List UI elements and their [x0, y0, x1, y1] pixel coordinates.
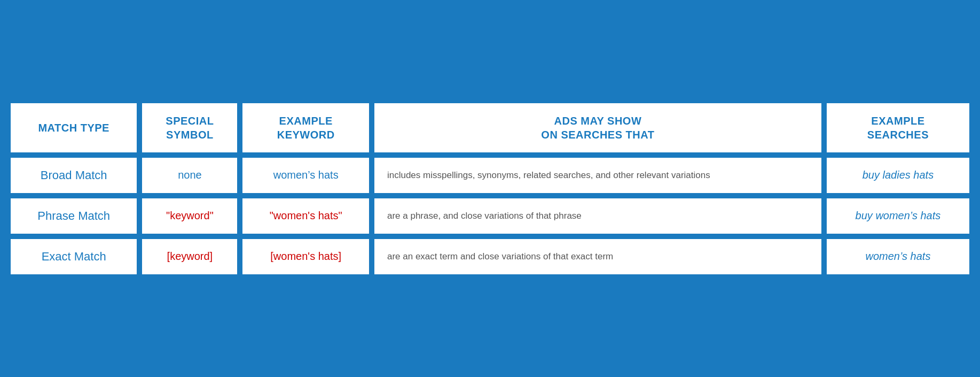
broad-match-symbol: none	[141, 157, 238, 194]
exact-keyword-text: [women's hats]	[270, 250, 341, 262]
phrase-match-keyword: "women's hats"	[241, 197, 370, 235]
match-types-table: MATCH TYPE SPECIALSYMBOL EXAMPLEKEYWORD …	[6, 99, 974, 279]
phrase-match-example: buy women’s hats	[826, 197, 970, 235]
broad-match-example: buy ladies hats	[826, 157, 970, 194]
broad-match-keyword: women’s hats	[241, 157, 370, 194]
table-row: Exact Match [keyword] [women's hats] are…	[10, 238, 970, 275]
phrase-match-description: are a phrase, and close variations of th…	[373, 197, 822, 235]
table-row: Phrase Match "keyword" "women's hats" ar…	[10, 197, 970, 235]
phrase-keyword-text: "women's hats"	[270, 210, 342, 221]
phrase-match-type: Phrase Match	[10, 197, 138, 235]
phrase-symbol-text: "keyword"	[166, 210, 214, 221]
exact-match-example: women’s hats	[826, 238, 970, 275]
col-header-example-keyword: EXAMPLEKEYWORD	[241, 102, 370, 153]
exact-match-description: are an exact term and close variations o…	[373, 238, 822, 275]
broad-match-type: Broad Match	[10, 157, 138, 194]
phrase-match-symbol: "keyword"	[141, 197, 238, 235]
broad-match-description: includes misspellings, synonyms, related…	[373, 157, 822, 194]
col-header-match-type: MATCH TYPE	[10, 102, 138, 153]
col-header-ads-may-show: ADS MAY SHOWON SEARCHES THAT	[373, 102, 822, 153]
table-container: MATCH TYPE SPECIALSYMBOL EXAMPLEKEYWORD …	[0, 93, 980, 285]
col-header-example-searches: EXAMPLESEARCHES	[826, 102, 970, 153]
table-row: Broad Match none women’s hats includes m…	[10, 157, 970, 194]
col-header-special-symbol: SPECIALSYMBOL	[141, 102, 238, 153]
exact-match-symbol: [keyword]	[141, 238, 238, 275]
exact-match-keyword: [women's hats]	[241, 238, 370, 275]
exact-symbol-text: [keyword]	[167, 250, 213, 262]
exact-match-type: Exact Match	[10, 238, 138, 275]
